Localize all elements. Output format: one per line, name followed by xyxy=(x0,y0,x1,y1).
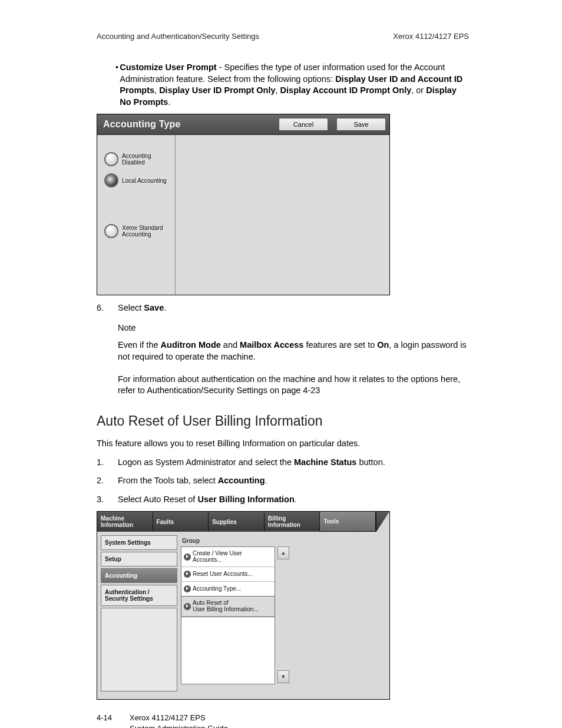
radio-local-accounting[interactable]: Local Accounting xyxy=(97,172,175,189)
page-number: 4-14 xyxy=(97,713,130,728)
tab-tools[interactable]: Tools xyxy=(320,512,376,532)
header-left: Accounting and Authentication/Security S… xyxy=(97,32,259,41)
step-number: 3. xyxy=(97,494,118,506)
tools-accounting-panel: MachineInformationFaultsSuppliesBillingI… xyxy=(97,511,390,700)
chevron-icon xyxy=(184,571,191,578)
list-item[interactable]: Auto Reset ofUser Billing Information... xyxy=(181,597,275,617)
tab-supplies[interactable]: Supplies xyxy=(209,512,265,532)
step-number: 2. xyxy=(97,475,118,487)
step-text: Select Auto Reset of User Billing Inform… xyxy=(118,494,469,506)
list-item[interactable]: Create / View User Accounts... xyxy=(181,547,275,567)
scroll-up-button[interactable]: ▲ xyxy=(277,546,289,559)
tab-faults[interactable]: Faults xyxy=(153,512,209,532)
radio-icon xyxy=(104,152,118,166)
note-paragraph: Even if the Auditron Mode and Mailbox Ac… xyxy=(118,340,469,363)
group-label: Group xyxy=(181,535,386,546)
step-text: Select Save. xyxy=(118,302,469,314)
footer-text: Xerox 4112/4127 EPS System Administratio… xyxy=(130,713,228,728)
radio-icon xyxy=(104,224,118,238)
tab-machine-information[interactable]: MachineInformation xyxy=(97,512,153,532)
radio-accounting-disabled[interactable]: Accounting Disabled xyxy=(97,150,175,168)
header-right: Xerox 4112/4127 EPS xyxy=(393,32,469,41)
step-text: From the Tools tab, select Accounting. xyxy=(118,475,469,487)
scroll-down-button[interactable]: ▼ xyxy=(277,670,289,683)
intro-text: This feature allows you to reset Billing… xyxy=(97,437,469,450)
bullet-text: Customize User Prompt - Specifies the ty… xyxy=(120,62,469,108)
radio-icon xyxy=(104,173,118,187)
note-paragraph: For information about authentication on … xyxy=(118,374,469,397)
note-heading: Note xyxy=(118,322,469,334)
step-number: 6. xyxy=(97,302,118,314)
sidebar-item-authentication-security-settings[interactable]: Authentication /Security Settings xyxy=(101,585,177,606)
sidebar-spacer xyxy=(101,608,177,691)
sidebar-item-system-settings[interactable]: System Settings xyxy=(101,535,177,550)
list-item[interactable]: Accounting Type... xyxy=(181,582,275,597)
bullet-icon: • xyxy=(115,62,120,108)
cancel-button[interactable]: Cancel xyxy=(279,118,328,131)
sidebar-item-accounting[interactable]: Accounting xyxy=(101,568,177,583)
section-heading: Auto Reset of User Billing Information xyxy=(97,413,469,429)
radio-xerox-standard-accounting[interactable]: Xerox Standard Accounting xyxy=(97,222,175,240)
dialog-title: Accounting Type xyxy=(101,119,270,130)
chevron-icon xyxy=(184,554,191,561)
tab-billing-information[interactable]: BillingInformation xyxy=(265,512,320,532)
save-button[interactable]: Save xyxy=(336,118,386,131)
chevron-icon xyxy=(184,603,191,610)
page-header: Accounting and Authentication/Security S… xyxy=(97,32,469,41)
step-text: Logon as System Administrator and select… xyxy=(118,457,469,469)
list-item[interactable]: Reset User Accounts... xyxy=(181,567,275,582)
accounting-type-dialog: Accounting Type Cancel Save Accounting D… xyxy=(97,114,390,295)
sidebar-item-setup[interactable]: Setup xyxy=(101,552,177,566)
chevron-icon xyxy=(184,585,191,592)
step-number: 1. xyxy=(97,457,118,469)
